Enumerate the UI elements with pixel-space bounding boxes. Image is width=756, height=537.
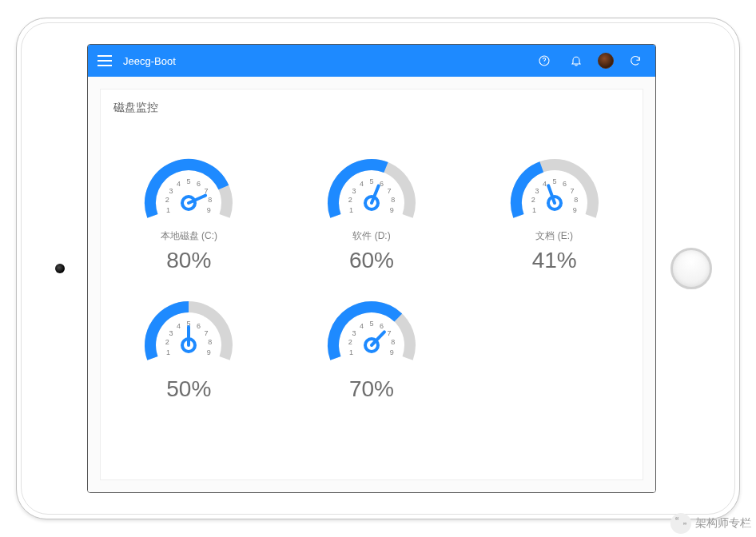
- gauge-value: 80%: [166, 248, 211, 273]
- svg-text:8: 8: [209, 196, 213, 204]
- svg-text:1: 1: [532, 206, 536, 214]
- gauge-3: 123456789 50%: [113, 297, 265, 402]
- app-header: Jeecg-Boot: [88, 45, 655, 77]
- gauge-0: 123456789 本地磁盘 (C:)80%: [113, 155, 265, 273]
- svg-text:3: 3: [535, 187, 539, 195]
- gauge-2: 123456789 文档 (E:)41%: [479, 155, 630, 273]
- svg-text:2: 2: [531, 196, 535, 204]
- tablet-home-button[interactable]: [670, 248, 712, 289]
- svg-text:5: 5: [369, 320, 373, 328]
- wechat-icon: “”: [670, 513, 691, 534]
- svg-text:3: 3: [169, 329, 173, 337]
- page-body: 磁盘监控 123456789 本地磁盘 (C:)80% 123456789 软件…: [88, 77, 655, 492]
- svg-text:7: 7: [570, 187, 574, 195]
- svg-text:9: 9: [390, 206, 394, 214]
- svg-text:4: 4: [360, 180, 364, 188]
- svg-text:9: 9: [573, 206, 577, 214]
- svg-text:3: 3: [169, 187, 173, 195]
- refresh-icon[interactable]: [625, 50, 646, 71]
- avatar[interactable]: [598, 53, 614, 69]
- disk-monitor-card: 磁盘监控 123456789 本地磁盘 (C:)80% 123456789 软件…: [100, 89, 643, 480]
- tablet-screen: Jeecg-Boot 磁盘监控 123456789 本地: [87, 44, 656, 493]
- svg-text:2: 2: [165, 338, 169, 346]
- svg-text:2: 2: [348, 338, 352, 346]
- page-title: 磁盘监控: [113, 101, 630, 115]
- svg-point-1: [544, 63, 545, 64]
- svg-text:2: 2: [165, 196, 169, 204]
- gauge-grid: 123456789 本地磁盘 (C:)80% 123456789 软件 (D:)…: [113, 155, 630, 402]
- svg-text:7: 7: [388, 329, 392, 337]
- gauge-canvas: 123456789: [141, 297, 237, 357]
- svg-text:4: 4: [543, 180, 547, 188]
- gauge-1: 123456789 软件 (D:)60%: [296, 155, 448, 273]
- watermark: “” 架构师专栏: [670, 513, 751, 534]
- svg-text:6: 6: [197, 180, 201, 188]
- svg-text:1: 1: [349, 206, 353, 214]
- svg-text:1: 1: [349, 348, 353, 356]
- svg-text:7: 7: [388, 187, 392, 195]
- svg-text:7: 7: [205, 329, 209, 337]
- bell-icon[interactable]: [566, 50, 587, 71]
- gauge-canvas: 123456789: [141, 155, 237, 215]
- svg-text:8: 8: [391, 196, 395, 204]
- svg-text:4: 4: [177, 180, 181, 188]
- svg-text:3: 3: [352, 187, 356, 195]
- svg-text:9: 9: [207, 348, 211, 356]
- svg-text:8: 8: [391, 338, 395, 346]
- svg-text:7: 7: [205, 187, 209, 195]
- gauge-value: 60%: [349, 248, 394, 273]
- svg-text:8: 8: [574, 196, 578, 204]
- svg-text:2: 2: [348, 196, 352, 204]
- svg-text:1: 1: [166, 206, 170, 214]
- gauge-4: 123456789 70%: [296, 297, 448, 402]
- tablet-frame: Jeecg-Boot 磁盘监控 123456789 本地: [16, 18, 740, 519]
- svg-text:9: 9: [207, 206, 211, 214]
- svg-text:5: 5: [369, 177, 373, 185]
- help-icon[interactable]: [534, 50, 555, 71]
- svg-text:8: 8: [209, 338, 213, 346]
- svg-text:5: 5: [552, 177, 556, 185]
- svg-text:4: 4: [177, 322, 181, 330]
- menu-toggle-icon[interactable]: [97, 55, 112, 66]
- svg-text:6: 6: [563, 180, 567, 188]
- svg-text:6: 6: [380, 180, 384, 188]
- svg-text:4: 4: [360, 322, 364, 330]
- svg-text:3: 3: [352, 329, 356, 337]
- gauge-canvas: 123456789: [507, 155, 603, 215]
- gauge-canvas: 123456789: [324, 297, 420, 357]
- svg-text:6: 6: [380, 322, 384, 330]
- brand-title: Jeecg-Boot: [123, 55, 176, 67]
- svg-text:5: 5: [187, 177, 191, 185]
- svg-text:6: 6: [197, 322, 201, 330]
- gauge-canvas: 123456789: [324, 155, 420, 215]
- svg-text:1: 1: [166, 348, 170, 356]
- gauge-value: 41%: [532, 248, 577, 273]
- watermark-text: 架构师专栏: [695, 516, 751, 531]
- tablet-camera: [55, 264, 65, 273]
- svg-text:9: 9: [390, 348, 394, 356]
